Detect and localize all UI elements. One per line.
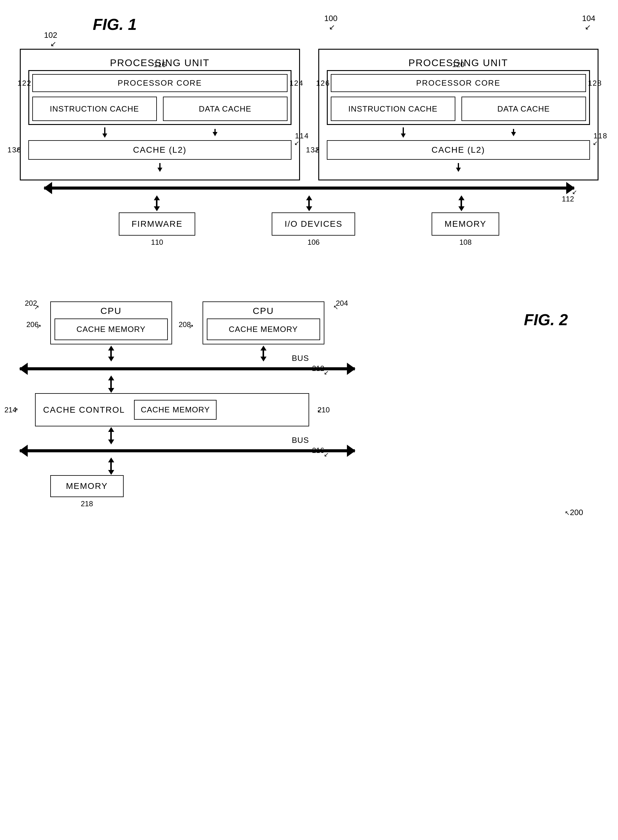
cache-memory-right: CACHE MEMORY xyxy=(207,319,320,340)
bus-label-212: BUS xyxy=(292,353,309,363)
arrows-cpu-to-bus xyxy=(50,344,324,363)
cache-row-right: INSTRUCTION CACHE DATA CACHE xyxy=(331,97,586,121)
ref-120: 120 xyxy=(452,60,464,69)
ref-102: 102 xyxy=(44,30,57,40)
memory-box-fig2: MEMORY 218 xyxy=(50,475,124,508)
ref-128: 128 xyxy=(588,79,602,88)
instruction-cache-left: INSTRUCTION CACHE xyxy=(32,97,157,121)
io-devices-box: I/O DEVICES xyxy=(272,213,355,235)
ref-122: 122 xyxy=(18,79,32,88)
arrow-from-l2-right xyxy=(324,160,593,175)
cache-control-box: CACHE CONTROL CACHE MEMORY 210 ↙ xyxy=(35,393,309,426)
l2-cache-left: CACHE (L2) 130 ↗ 114 ↙ xyxy=(28,140,291,160)
cpu-label-left: CPU xyxy=(55,306,168,316)
arrows-to-bottom xyxy=(81,194,538,213)
ref-110: 110 xyxy=(119,238,195,247)
bus-212: BUS 212 ↙ xyxy=(20,363,355,375)
ref-116: 116 xyxy=(153,60,166,69)
fig2-container: FIG. 2 ↖200 CPU CACHE MEMORY 202 ↗ xyxy=(20,301,599,508)
ref-114: 114 xyxy=(295,132,309,140)
arrows-right xyxy=(348,125,569,140)
firmware-box: FIRMWARE xyxy=(119,213,195,235)
fig1-container: 102 ↙ FIG. 1 100 ↙ 104 ↙ PROCESSING UNIT… xyxy=(20,12,599,247)
ref-218: 218 xyxy=(50,500,124,508)
ref-108: 108 xyxy=(432,238,499,247)
cache-memory-inner: CACHE MEMORY xyxy=(134,400,217,420)
ref-100: 100 xyxy=(324,14,337,23)
bus-216: BUS 216 ↙ xyxy=(20,445,355,457)
ref-212: 212 xyxy=(312,364,324,373)
arrow-from-l2-left xyxy=(25,160,294,175)
fig2-title: FIG. 2 xyxy=(524,311,568,329)
bus-label-216: BUS xyxy=(292,436,309,445)
fig2-area: FIG. 2 ↖200 CPU CACHE MEMORY 202 ↗ xyxy=(20,301,599,508)
proc-core-area-left: 116 PROCESSOR CORE 122 124 INSTRUCTION C… xyxy=(28,70,291,125)
bottom-components: FIRMWARE 110 I/O DEVICES 106 MEMORY 108 xyxy=(81,213,538,247)
page: 102 ↙ FIG. 1 100 ↙ 104 ↙ PROCESSING UNIT… xyxy=(0,0,618,840)
arrow-to-cache-ctrl xyxy=(50,375,172,393)
proc-core-left: PROCESSOR CORE 122 124 xyxy=(32,74,288,92)
ref-106: 106 xyxy=(272,238,355,247)
ref-112: 112 xyxy=(562,195,574,203)
ref-216: 216 xyxy=(312,446,324,455)
cpu-box-right: CPU CACHE MEMORY 204 ↖ 208 ↗ xyxy=(202,301,324,344)
data-cache-left: DATA CACHE xyxy=(163,97,288,121)
proc-core-area-right: 120 PROCESSOR CORE 126 128 INSTRUCTION C… xyxy=(327,70,590,125)
cpu-row: CPU CACHE MEMORY 202 ↗ 206 ↗ CPU CACHE M… xyxy=(50,301,324,344)
cpu-label-right: CPU xyxy=(207,306,320,316)
arrow-to-memory xyxy=(50,457,172,475)
l2-cache-right: CACHE (L2) 132 ↗ 118 ↙ xyxy=(327,140,590,160)
proc-unit-left: PROCESSING UNIT 116 PROCESSOR CORE 122 1… xyxy=(20,49,300,180)
data-cache-right: DATA CACHE xyxy=(462,97,586,121)
ref-126: 126 xyxy=(316,79,330,88)
memory-box-fig1: MEMORY xyxy=(432,213,499,235)
arrows-left xyxy=(50,125,270,140)
fig1-title: FIG. 1 xyxy=(93,15,137,34)
ref-118: 118 xyxy=(593,132,608,140)
ref-200: ↖200 xyxy=(565,508,583,517)
ref-104: 104 xyxy=(582,14,595,23)
cpu-box-left: CPU CACHE MEMORY 202 ↗ 206 ↗ xyxy=(50,301,172,344)
proc-core-right: PROCESSOR CORE 126 128 xyxy=(331,74,586,92)
fig1-bus: 112 ↙ xyxy=(20,182,599,194)
cache-control-label: CACHE CONTROL xyxy=(43,405,125,415)
ref-124: 124 xyxy=(289,79,303,88)
arrow-to-bus-216 xyxy=(50,426,172,445)
cache-row-left: INSTRUCTION CACHE DATA CACHE xyxy=(32,97,288,121)
instruction-cache-right: INSTRUCTION CACHE xyxy=(331,97,455,121)
cache-control-row: CACHE CONTROL CACHE MEMORY 210 ↙ 214 ↗ xyxy=(35,393,309,426)
proc-unit-right: PROCESSING UNIT 120 PROCESSOR CORE 126 1… xyxy=(318,49,599,180)
cache-memory-left: CACHE MEMORY xyxy=(55,319,168,340)
